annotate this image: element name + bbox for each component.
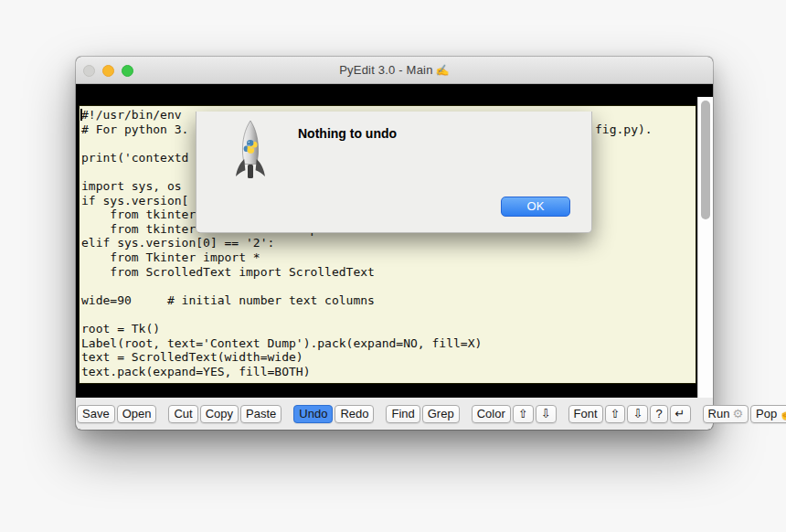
pointing-hand-icon: ☝: [779, 408, 786, 420]
code-fragment: fig.py).: [595, 122, 653, 137]
arrow-up-icon: ⇧: [611, 407, 621, 420]
pop-button[interactable]: Pop☝: [750, 405, 786, 423]
pop-label: Pop: [756, 407, 777, 420]
desktop-background: PyEdit 3.0 - Main✍ #!/usr/bin/env # For …: [0, 0, 786, 532]
find-button[interactable]: Find: [386, 405, 420, 423]
font-button[interactable]: Font: [568, 405, 603, 423]
code-line: wide=90 # initial number text columns: [81, 293, 694, 308]
gear-icon: ⚙: [732, 407, 743, 420]
undo-group: Undo Redo: [293, 405, 374, 423]
code-line: text.pack(expand=YES, fill=BOTH): [81, 365, 694, 379]
window-title: PyEdit 3.0 - Main✍: [76, 63, 713, 77]
pyedit-window: PyEdit 3.0 - Main✍ #!/usr/bin/env # For …: [76, 57, 713, 430]
copy-button[interactable]: Copy: [200, 405, 239, 423]
font-down-button[interactable]: ⇩: [627, 405, 648, 423]
code-line: [81, 307, 694, 322]
code-line: Label(root, text='Context Dump').pack(ex…: [81, 336, 694, 351]
clipboard-group: Cut Copy Paste: [168, 405, 281, 423]
code-line: from ScrolledText import ScrolledText: [81, 265, 694, 280]
cut-button[interactable]: Cut: [168, 405, 197, 423]
color-down-button[interactable]: ⇩: [536, 405, 557, 423]
scrollbar-thumb[interactable]: [701, 101, 710, 219]
run-group: Run⚙ Pop☝ i: [703, 405, 786, 423]
titlebar[interactable]: PyEdit 3.0 - Main✍: [76, 57, 713, 84]
return-icon: ↵: [675, 407, 685, 420]
paste-button[interactable]: Paste: [240, 405, 281, 423]
run-label: Run: [708, 407, 730, 420]
open-button[interactable]: Open: [117, 405, 157, 423]
search-group: Find Grep: [386, 405, 459, 423]
help-question-button[interactable]: ?: [650, 405, 667, 423]
file-group: Save Open: [77, 405, 156, 423]
arrow-down-icon: ⇩: [632, 407, 643, 420]
arrow-down-icon: ⇩: [541, 407, 551, 420]
dialog-sheet: Nothing to undo OK: [196, 112, 592, 233]
code-line: from Tkinter import *: [81, 250, 694, 265]
save-button[interactable]: Save: [77, 405, 115, 423]
undo-button[interactable]: Undo: [293, 405, 333, 423]
ok-button[interactable]: OK: [501, 197, 570, 217]
python-rocket-icon: [231, 120, 270, 186]
run-button[interactable]: Run⚙: [703, 405, 749, 423]
toolbar: Save Open Cut Copy Paste Undo Redo Find …: [76, 398, 713, 430]
code-line: [81, 279, 694, 293]
grep-button[interactable]: Grep: [422, 405, 460, 423]
content-area: #!/usr/bin/env # For python 3.fig.py). p…: [76, 84, 713, 398]
arrow-up-icon: ⇧: [518, 407, 528, 420]
vertical-scrollbar[interactable]: [697, 97, 713, 398]
edited-pencil-icon: ✍: [436, 64, 450, 77]
color-up-button[interactable]: ⇧: [513, 405, 534, 423]
code-fragment: # For python 3.: [81, 122, 188, 136]
font-group: Font ⇧ ⇩ ? ↵: [568, 405, 691, 423]
font-up-button[interactable]: ⇧: [605, 405, 626, 423]
dialog-message: Nothing to undo: [298, 126, 397, 141]
return-button[interactable]: ↵: [670, 405, 691, 423]
color-button[interactable]: Color: [472, 405, 511, 423]
code-line: elif sys.version[0] == '2':: [81, 236, 694, 250]
redo-button[interactable]: Redo: [335, 405, 374, 423]
code-line: root = Tk(): [81, 322, 694, 336]
color-group: Color ⇧ ⇩: [472, 405, 557, 423]
code-line: text = ScrolledText(width=wide): [81, 350, 694, 365]
